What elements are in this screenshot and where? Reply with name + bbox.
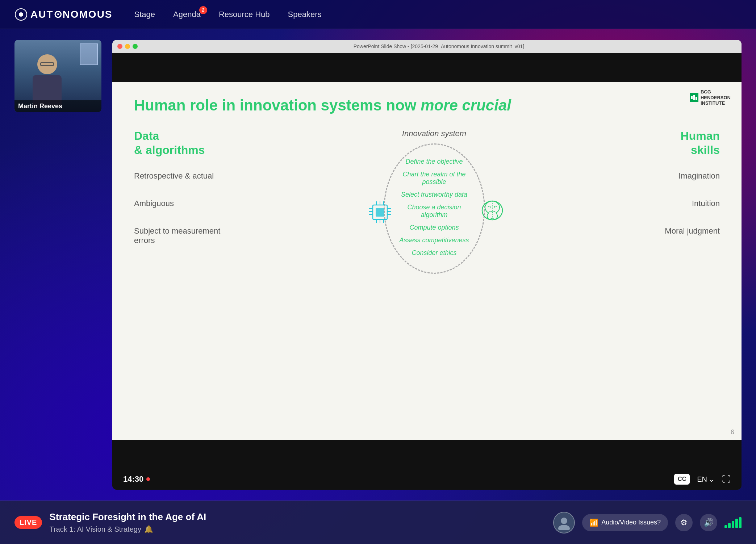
bcg-logo: BCGHENDERSONINSTITUTE — [690, 89, 731, 106]
logo: AUT⊙NOMOUS — [14, 8, 113, 21]
slide-columns: Data& algorithms Retrospective & actual … — [134, 129, 720, 425]
bell-icon[interactable]: 🔔 — [144, 525, 153, 533]
col-right-item-1: Imagination — [678, 171, 720, 181]
nav-speakers[interactable]: Speakers — [288, 10, 322, 19]
circle-item-2: Chart the realm of the possible — [394, 171, 474, 186]
session-title: Strategic Foresight in the Age of AI — [49, 511, 546, 523]
av-issues-button[interactable]: 📶 Audio/Video Issues? — [582, 514, 668, 531]
svg-point-22 — [561, 518, 567, 524]
status-controls: 📶 Audio/Video Issues? ⚙ 🔊 — [582, 514, 742, 531]
agenda-badge: 2 — [199, 6, 207, 14]
speaker-thumbnail: Martin Reeves — [14, 40, 101, 490]
col-right-header: Humanskills — [633, 129, 720, 157]
col-left: Data& algorithms Retrospective & actual … — [134, 129, 235, 245]
live-indicator-dot — [146, 477, 150, 481]
system-label: Innovation system — [358, 129, 510, 138]
window-titlebar: PowerPoint Slide Show - [2025-01-29_Auto… — [112, 40, 742, 53]
wifi-icon: 📶 — [589, 518, 598, 527]
volume-button[interactable]: 🔊 — [700, 514, 717, 531]
cpu-icon — [366, 198, 394, 228]
circle-item-7: Consider ethics — [412, 249, 456, 257]
black-bar-bottom — [112, 440, 742, 469]
speaker-video: Martin Reeves — [14, 40, 101, 112]
slide-title: Human role in innovation systems now mor… — [134, 96, 720, 114]
logo-text: AUT⊙NOMOUS — [30, 8, 113, 20]
nav-agenda[interactable]: Agenda 2 — [173, 10, 201, 19]
col-left-items: Retrospective & actual Ambiguous Subject… — [134, 171, 235, 245]
circle-item-1: Define the objective — [405, 158, 463, 166]
chevron-down-icon: ⌄ — [709, 475, 715, 484]
svg-point-1 — [19, 12, 23, 17]
circle-items: Define the objective Chart the realm of … — [394, 158, 474, 257]
video-controls: 14:30 CC EN ⌄ ⛶ — [112, 469, 742, 490]
col-right: Humanskills Imagination Intuition Moral … — [633, 129, 720, 236]
circle-item-4: Choose a decision algorithm — [394, 204, 474, 219]
controls-right: CC EN ⌄ ⛶ — [674, 474, 731, 485]
col-right-item-3: Moral judgment — [665, 226, 720, 236]
main-content: Martin Reeves PowerPoint Slide Show - [2… — [0, 29, 756, 501]
maximize-btn[interactable] — [133, 44, 138, 49]
col-right-item-2: Intuition — [692, 199, 720, 208]
close-btn[interactable] — [117, 44, 122, 49]
col-right-items: Imagination Intuition Moral judgment — [633, 171, 720, 236]
live-badge: LIVE — [14, 516, 42, 529]
session-track: Track 1: AI Vision & Strategy 🔔 — [49, 525, 546, 533]
slide-number: 6 — [731, 428, 734, 436]
col-left-item-1: Retrospective & actual — [134, 171, 235, 181]
circle-item-3: Select trustworthy data — [401, 191, 467, 198]
nav-resource-hub[interactable]: Resource Hub — [219, 10, 270, 19]
language-select[interactable]: EN ⌄ — [697, 475, 715, 484]
timestamp: 14:30 — [123, 474, 150, 484]
fullscreen-button[interactable]: ⛶ — [722, 474, 731, 484]
presentation-area: PowerPoint Slide Show - [2025-01-29_Auto… — [112, 40, 742, 490]
titlebar-title: PowerPoint Slide Show - [2025-01-29_Auto… — [141, 43, 736, 49]
col-center: Innovation system Define the objective C… — [235, 129, 633, 288]
svg-rect-7 — [376, 208, 384, 217]
bcg-logo-text: BCGHENDERSONINSTITUTE — [701, 89, 731, 106]
cc-button[interactable]: CC — [674, 474, 690, 485]
logo-icon — [14, 8, 28, 21]
black-bar-top — [112, 53, 742, 82]
circle-item-6: Assess competitiveness — [399, 237, 469, 244]
bcg-logo-icon — [690, 93, 698, 102]
session-info: Strategic Foresight in the Age of AI Tra… — [49, 511, 546, 533]
speaker-window — [80, 43, 98, 65]
svg-point-23 — [558, 525, 570, 530]
speaker-avatar — [553, 512, 575, 533]
titlebar-buttons — [117, 44, 138, 49]
slide-content: BCGHENDERSONINSTITUTE Human role in inno… — [112, 82, 742, 440]
presentation-window: PowerPoint Slide Show - [2025-01-29_Auto… — [112, 40, 742, 490]
settings-button[interactable]: ⚙ — [675, 514, 693, 531]
innovation-system-diagram: Innovation system Define the objective C… — [358, 129, 510, 288]
nav-links: Stage Agenda 2 Resource Hub Speakers — [134, 10, 322, 19]
col-left-item-3: Subject to measurement errors — [134, 226, 235, 245]
circle-item-5: Compute options — [409, 224, 459, 231]
person-head — [37, 54, 57, 74]
col-left-header: Data& algorithms — [134, 129, 235, 157]
svg-rect-5 — [696, 97, 697, 100]
nav-stage[interactable]: Stage — [134, 10, 155, 19]
speaker-name-label: Martin Reeves — [14, 100, 101, 112]
person-glasses — [40, 62, 54, 66]
brain-icon — [478, 196, 507, 226]
svg-rect-3 — [691, 96, 693, 99]
minimize-btn[interactable] — [125, 44, 130, 49]
status-bar: LIVE Strategic Foresight in the Age of A… — [0, 501, 756, 544]
navbar: AUT⊙NOMOUS Stage Agenda 2 Resource Hub S… — [0, 0, 756, 29]
col-left-item-2: Ambiguous — [134, 199, 235, 208]
signal-icon — [724, 517, 742, 528]
svg-rect-4 — [693, 95, 695, 100]
